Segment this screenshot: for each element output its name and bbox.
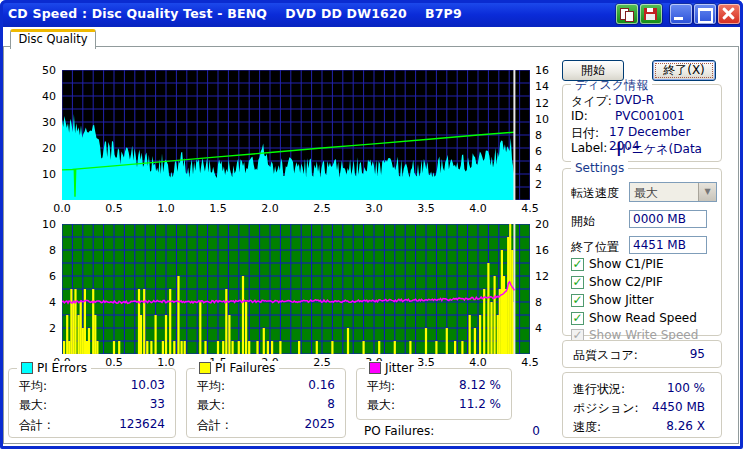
y-axis-tick: 4 bbox=[49, 296, 56, 309]
y-axis-tick: 6 bbox=[49, 270, 56, 283]
maximize-button[interactable] bbox=[694, 4, 716, 24]
settings-title: Settings bbox=[575, 161, 624, 175]
minimize-icon bbox=[674, 17, 683, 20]
settings-group: Settings 転送速度 最大 ▼ 開始 終了位置 ✓Show C1/PIE … bbox=[562, 168, 722, 336]
disc-info-group: ディスク情報 タイプ:DVD-R ID:PVC001001 日付:17 Dece… bbox=[562, 84, 722, 162]
quality-score-value: 95 bbox=[690, 347, 705, 364]
pi-errors-swatch bbox=[21, 362, 33, 374]
y-axis-tick: 6 bbox=[535, 145, 542, 158]
pi-errors-chart bbox=[62, 70, 530, 200]
x-axis-tick: 0.5 bbox=[102, 202, 126, 215]
y-axis-tick: 10 bbox=[42, 218, 56, 231]
chevron-down-icon: ▼ bbox=[698, 183, 716, 201]
x-axis-tick: 3.0 bbox=[362, 202, 386, 215]
x-axis-bottom: 0.00.51.01.52.02.53.03.54.04.5 bbox=[62, 356, 548, 368]
y-axis-tick: 2 bbox=[535, 178, 542, 191]
pi-errors-left-axis: 5040302010 bbox=[30, 70, 58, 200]
y-axis-tick: 2 bbox=[49, 322, 56, 335]
pi-failures-left-axis: 108642 bbox=[30, 224, 58, 354]
x-axis-tick: 2.5 bbox=[310, 202, 334, 215]
x-axis-tick: 4.5 bbox=[518, 202, 542, 215]
end-position-label: 終了位置 bbox=[571, 239, 619, 256]
y-axis-tick: 40 bbox=[42, 90, 56, 103]
y-axis-tick: 10 bbox=[535, 113, 549, 126]
x-axis-top: 0.00.51.01.52.02.53.03.54.04.5 bbox=[62, 202, 548, 214]
y-axis-tick: 20 bbox=[535, 218, 549, 231]
pi-failures-max: 8 bbox=[327, 397, 335, 414]
jitter-max: 11.2 % bbox=[459, 397, 501, 414]
maximize-icon bbox=[698, 8, 713, 23]
pi-errors-panel: PI Errors 平均:10.03 最大:33 合計 :123624 bbox=[8, 368, 176, 438]
start-button[interactable]: 開始 bbox=[562, 60, 624, 81]
disc-label-label: Label: bbox=[571, 141, 615, 158]
quality-score-label: 品質スコア: bbox=[573, 347, 638, 364]
position-label: ポジション: bbox=[573, 400, 638, 417]
transfer-rate-select[interactable]: 最大 ▼ bbox=[629, 182, 717, 202]
jitter-avg: 8.12 % bbox=[459, 378, 501, 395]
y-axis-tick: 8 bbox=[535, 129, 542, 142]
y-axis-tick: 12 bbox=[535, 270, 549, 283]
sum-label: 合計 : bbox=[19, 417, 51, 434]
checkbox-show-read-speed[interactable]: ✓Show Read Speed bbox=[571, 311, 697, 325]
pi-failures-chart bbox=[62, 224, 530, 354]
pi-failures-swatch bbox=[199, 362, 211, 374]
progress-label: 進行状況: bbox=[573, 381, 625, 398]
y-axis-tick: 30 bbox=[42, 116, 56, 129]
start-position-input[interactable] bbox=[629, 210, 707, 228]
po-failures-value: 0 bbox=[532, 424, 540, 438]
y-axis-tick: 16 bbox=[535, 244, 549, 257]
pi-errors-max: 33 bbox=[150, 397, 165, 414]
po-failures-label: PO Failures: bbox=[364, 424, 434, 438]
y-axis-tick: 4 bbox=[535, 322, 542, 335]
minimize-button[interactable] bbox=[670, 4, 692, 24]
checkbox-icon: ✓ bbox=[571, 276, 584, 289]
disc-label-value: ╂I･ニケネ(Data bbox=[615, 141, 702, 158]
pi-failures-panel-title: PI Failures bbox=[215, 361, 275, 375]
start-position-label: 開始 bbox=[571, 213, 595, 230]
exit-button[interactable]: 終了(X) bbox=[652, 60, 716, 81]
speed-value: 8.26 X bbox=[666, 419, 705, 436]
y-axis-tick: 12 bbox=[535, 97, 549, 110]
pi-errors-avg: 10.03 bbox=[131, 378, 165, 395]
app-window: CD Speed : Disc Quality Test - BENQ DVD … bbox=[0, 0, 743, 449]
quality-score-group: 品質スコア:95 bbox=[562, 340, 722, 368]
y-axis-tick: 10 bbox=[42, 168, 56, 181]
x-axis-tick: 2.0 bbox=[258, 202, 282, 215]
po-failures-row: PO Failures: 0 bbox=[364, 424, 540, 438]
disc-id-value: PVC001001 bbox=[615, 109, 685, 123]
checkbox-show-c1-pie[interactable]: ✓Show C1/PIE bbox=[571, 257, 664, 271]
titlebar[interactable]: CD Speed : Disc Quality Test - BENQ DVD … bbox=[0, 0, 743, 27]
x-axis-tick: 3.5 bbox=[414, 202, 438, 215]
transfer-rate-label: 転送速度 bbox=[571, 185, 619, 202]
max-label: 最大: bbox=[197, 397, 225, 414]
avg-label: 平均: bbox=[367, 378, 395, 395]
x-axis-tick: 1.5 bbox=[206, 202, 230, 215]
progress-value: 100 % bbox=[667, 381, 705, 398]
x-axis-tick: 1.0 bbox=[154, 202, 178, 215]
sum-label: 合計 : bbox=[197, 417, 229, 434]
x-axis-tick: 0.0 bbox=[50, 202, 74, 215]
disc-type-value: DVD-R bbox=[615, 93, 654, 110]
position-value: 4450 MB bbox=[652, 400, 705, 417]
checkbox-icon: ✓ bbox=[571, 312, 584, 325]
jitter-right-axis: 20161284 bbox=[532, 224, 560, 354]
checkbox-show-c2-pif[interactable]: ✓Show C2/PIF bbox=[571, 275, 663, 289]
pi-errors-panel-title: PI Errors bbox=[37, 361, 87, 375]
end-position-input[interactable] bbox=[629, 236, 707, 254]
disc-type-label: タイプ: bbox=[571, 93, 615, 110]
avg-label: 平均: bbox=[19, 378, 47, 395]
y-axis-tick: 4 bbox=[535, 162, 542, 175]
save-button[interactable] bbox=[640, 4, 662, 24]
copy-button[interactable] bbox=[616, 4, 638, 24]
x-axis-tick: 4.5 bbox=[518, 356, 542, 369]
pi-failures-panel: PI Failures 平均:0.16 最大:8 合計 :2025 bbox=[186, 368, 346, 438]
tab-disc-quality[interactable]: Disc Quality bbox=[10, 29, 96, 49]
avg-label: 平均: bbox=[197, 378, 225, 395]
max-label: 最大: bbox=[19, 397, 47, 414]
read-speed-right-axis: 161412108642 bbox=[532, 70, 560, 200]
y-axis-tick: 20 bbox=[42, 142, 56, 155]
close-button[interactable] bbox=[718, 4, 740, 24]
pi-errors-total: 123624 bbox=[119, 417, 165, 434]
checkbox-show-jitter[interactable]: ✓Show Jitter bbox=[571, 293, 654, 307]
jitter-panel-title: Jitter bbox=[385, 361, 414, 375]
